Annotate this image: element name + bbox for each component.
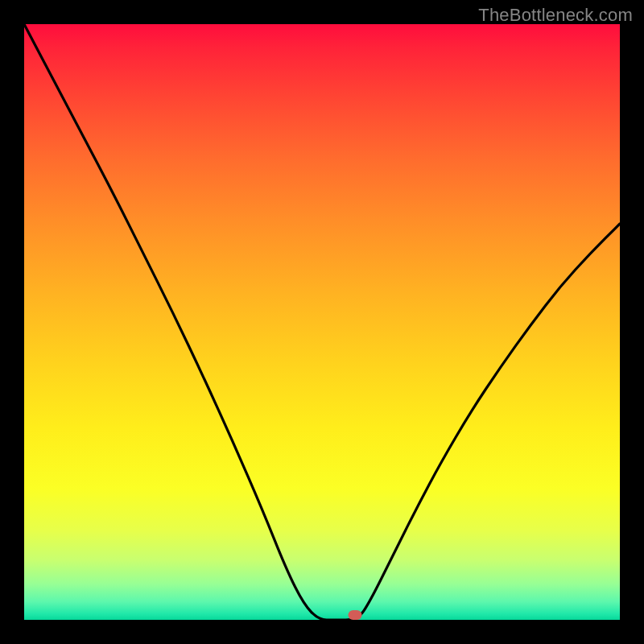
optimal-point-marker (348, 610, 361, 620)
watermark-label: TheBottleneck.com (478, 5, 633, 26)
bottleneck-curve (24, 24, 620, 620)
chart-frame: TheBottleneck.com (0, 0, 644, 644)
plot-area (24, 24, 620, 620)
